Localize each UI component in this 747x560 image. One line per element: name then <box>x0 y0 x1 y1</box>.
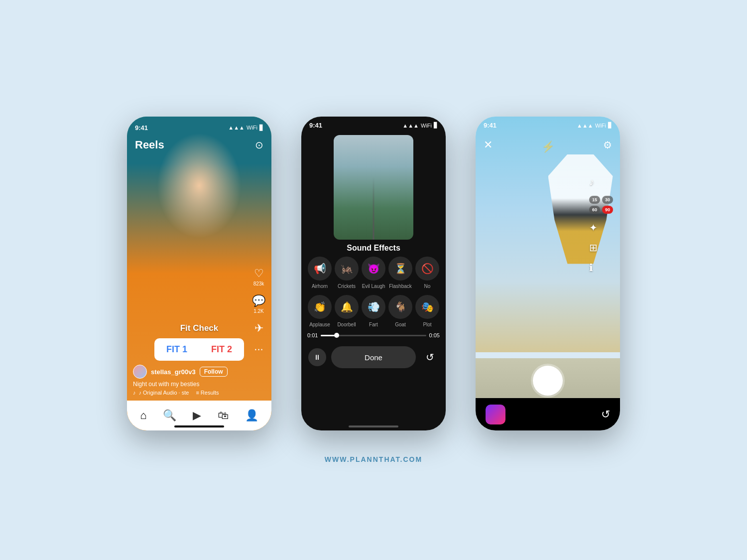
timer-row-1: 15 30 <box>589 196 613 204</box>
phone3-status-bar: 9:41 ▲▲▲ WiFi ▊ <box>476 117 620 129</box>
phone2-home-indicator <box>349 425 398 427</box>
settings-button[interactable]: ⚙ <box>603 139 612 151</box>
shop-nav-icon[interactable]: 🛍 <box>218 409 229 422</box>
no-label: No <box>424 283 431 289</box>
timer-group: 15 30 60 90 <box>589 196 613 214</box>
sparkle-tool-icon[interactable]: ✦ <box>589 222 613 234</box>
goat-label: Goat <box>395 322 406 327</box>
sound-row-1: 📢 Airhorn 🦗 Crickets 😈 Evil Laugh ⏳ Flas… <box>306 257 441 289</box>
reels-title: Reels <box>135 139 164 151</box>
comment-icon: 💬 <box>252 294 265 307</box>
flash-icon[interactable]: ⚡ <box>541 140 555 153</box>
phone2-status-icons: ▲▲▲ WiFi ▊ <box>402 122 438 129</box>
applause-icon: 👏 <box>308 295 332 319</box>
crickets-label: Crickets <box>338 283 356 289</box>
time-start: 0:01 <box>307 332 318 338</box>
sound-fart[interactable]: 💨 Fart <box>360 295 387 327</box>
airhorn-icon: 📢 <box>308 257 332 280</box>
reels-nav-icon[interactable]: ▶ <box>193 409 201 422</box>
phones-container: 9:41 ▲▲▲ WiFi ▊ Reels ⊙ Fit Check FIT 1 … <box>127 117 620 430</box>
results-label[interactable]: ≡ Results <box>196 390 219 396</box>
follow-button[interactable]: Follow <box>200 367 228 377</box>
crickets-icon: 🦗 <box>335 257 359 280</box>
user-row: stellas_gr00v3 Follow <box>133 365 247 379</box>
sound-evil-laugh[interactable]: 😈 Evil Laugh <box>360 257 387 289</box>
music-tool-icon[interactable]: ♪ <box>589 176 613 188</box>
share-button[interactable]: ✈ <box>254 322 263 335</box>
phone1-user-info: stellas_gr00v3 Follow Night out with my … <box>133 365 247 396</box>
profile-nav-icon[interactable]: 👤 <box>245 409 258 422</box>
progress-section: 0:01 0:05 <box>301 327 446 343</box>
home-indicator <box>174 425 224 427</box>
user-avatar <box>133 365 147 379</box>
doorbell-label: Doorbell <box>337 322 356 327</box>
username: stellas_gr00v3 <box>151 368 196 376</box>
applause-label: Applause <box>309 322 330 327</box>
sound-plot[interactable]: 🎭 Plot <box>414 295 441 327</box>
phone2-bottom-controls: ⏸ Done ↺ <box>301 343 446 371</box>
gradient-thumbnail[interactable] <box>486 405 505 424</box>
phone1-status-icons: ▲▲▲ WiFi ▊ <box>228 125 263 131</box>
airhorn-label: Airhorn <box>312 283 328 289</box>
layout-tool-icon[interactable]: ⊞ <box>589 242 613 254</box>
close-button[interactable]: ✕ <box>484 139 493 151</box>
reset-button[interactable]: ↺ <box>421 348 439 366</box>
phone3-status-icons: ▲▲▲ WiFi ▊ <box>577 122 612 129</box>
camera-icon[interactable]: ⊙ <box>255 139 263 151</box>
sound-applause[interactable]: 👏 Applause <box>306 295 333 327</box>
fit2-button[interactable]: FIT 2 <box>199 338 244 361</box>
more-button[interactable]: ··· <box>254 343 263 356</box>
done-button[interactable]: Done <box>331 346 416 368</box>
audio-row: ♪ ♪ Original Audio · ste ≡ Results <box>133 390 247 396</box>
search-nav-icon[interactable]: 🔍 <box>163 409 176 422</box>
time-end: 0:05 <box>429 332 440 338</box>
fit-check-overlay: Fit Check FIT 1 FIT 2 <box>127 323 271 361</box>
road-line <box>373 177 374 240</box>
timer-30[interactable]: 30 <box>602 196 613 204</box>
sound-doorbell[interactable]: 🔔 Doorbell <box>333 295 360 327</box>
comments-count: 1.2K <box>253 308 264 314</box>
phone1-time: 9:41 <box>135 124 148 132</box>
phone2-time: 9:41 <box>309 122 322 129</box>
like-button[interactable]: ♡ 823k <box>253 267 264 286</box>
timer-row-2: 60 90 <box>589 206 613 214</box>
audio-note-icon: ♪ <box>133 390 136 396</box>
video-preview-image <box>334 135 413 240</box>
sound-flashback[interactable]: ⏳ Flashback <box>387 257 414 289</box>
sound-airhorn[interactable]: 📢 Airhorn <box>306 257 333 289</box>
share-icon: ✈ <box>254 322 263 335</box>
pause-icon: ⏸ <box>314 353 321 361</box>
fit1-button[interactable]: FIT 1 <box>154 338 199 361</box>
plot-icon: 🎭 <box>415 295 439 319</box>
progress-bar[interactable] <box>321 335 426 336</box>
sound-goat[interactable]: 🐐 Goat <box>387 295 414 327</box>
timer-15[interactable]: 15 <box>589 196 600 204</box>
sound-crickets[interactable]: 🦗 Crickets <box>333 257 360 289</box>
evil-laugh-icon: 😈 <box>362 257 385 280</box>
sound-row-2: 👏 Applause 🔔 Doorbell 💨 Fart 🐐 Goat <box>306 295 441 327</box>
timer-90[interactable]: 90 <box>602 206 613 214</box>
phone-2-sound-effects: 9:41 ▲▲▲ WiFi ▊ Sound Effects 📢 <box>301 117 446 430</box>
heart-icon: ♡ <box>254 267 264 280</box>
progress-dot <box>334 333 339 338</box>
timer-60[interactable]: 60 <box>589 206 600 214</box>
fart-label: Fart <box>369 322 378 327</box>
countdown-tool-icon[interactable]: ℹ <box>589 262 613 274</box>
p2-wifi-icon: WiFi <box>421 123 432 129</box>
shutter-button[interactable] <box>533 366 563 396</box>
doorbell-icon: 🔔 <box>335 295 359 319</box>
phone3-time: 9:41 <box>484 122 497 129</box>
pause-button[interactable]: ⏸ <box>308 348 326 366</box>
p2-battery-icon: ▊ <box>434 122 438 129</box>
p3-signal-icon: ▲▲▲ <box>577 123 593 129</box>
likes-count: 823k <box>253 281 264 286</box>
phone1-status-bar: 9:41 ▲▲▲ WiFi ▊ <box>127 117 271 135</box>
video-preview <box>334 135 413 240</box>
comment-button[interactable]: 💬 1.2K <box>252 294 265 314</box>
evil-laugh-label: Evil Laugh <box>362 283 385 289</box>
flip-camera-icon[interactable]: ↺ <box>601 408 610 421</box>
home-nav-icon[interactable]: ⌂ <box>140 409 146 422</box>
sound-no[interactable]: 🚫 No <box>414 257 441 289</box>
plot-label: Plot <box>423 322 431 327</box>
no-icon: 🚫 <box>415 257 439 280</box>
